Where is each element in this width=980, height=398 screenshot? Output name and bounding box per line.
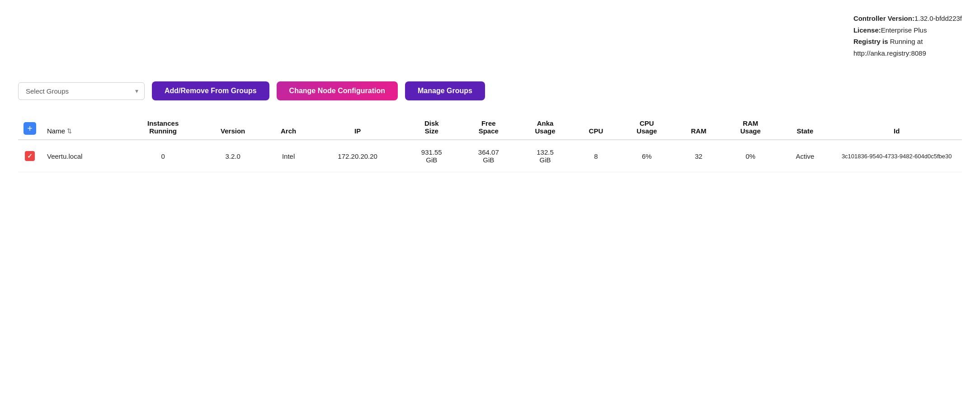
registry-url: http://anka.registry:8089 [853, 49, 926, 57]
row-arch: Intel [265, 140, 312, 172]
controller-info-panel: Controller Version:1.32.0-bfdd223f Licen… [853, 13, 962, 59]
row-disk-size: 931.55GiB [403, 140, 460, 172]
toolbar: Select Groups ▾ Add/Remove From Groups C… [18, 81, 962, 100]
table-row: Veertu.local03.2.0Intel172.20.20.20931.5… [18, 140, 962, 172]
main-content: Select Groups ▾ Add/Remove From Groups C… [0, 0, 980, 190]
col-header-free-space: FreeSpace [460, 115, 517, 140]
registry-at: at [917, 38, 923, 45]
select-groups-wrapper: Select Groups ▾ [18, 82, 145, 100]
col-header-disk-size: DiskSize [403, 115, 460, 140]
row-version: 3.2.0 [201, 140, 265, 172]
controller-version-value: 1.32.0-bfdd223f [914, 14, 962, 22]
registry-status: Running [890, 38, 915, 45]
license-label: License: [853, 26, 881, 34]
row-anka-usage: 132.5GiB [517, 140, 573, 172]
col-header-name: Name ⇅ [42, 115, 125, 140]
col-header-ram: RAM [675, 115, 722, 140]
row-cpu-usage: 6% [619, 140, 675, 172]
col-header-anka-usage: AnkaUsage [517, 115, 573, 140]
add-remove-from-groups-button[interactable]: Add/Remove From Groups [152, 81, 269, 100]
col-header-arch: Arch [265, 115, 312, 140]
change-node-configuration-button[interactable]: Change Node Configuration [277, 81, 398, 100]
select-groups-dropdown[interactable]: Select Groups [18, 82, 145, 100]
col-header-ip: IP [312, 115, 403, 140]
row-free-space: 364.07GiB [460, 140, 517, 172]
col-header-state: State [778, 115, 831, 140]
row-ram-usage: 0% [722, 140, 778, 172]
registry-is-label: Registry is [853, 38, 888, 45]
controller-version-label: Controller Version: [853, 14, 914, 22]
row-state: Active [778, 140, 831, 172]
col-header-cpu-usage: CPUUsage [619, 115, 675, 140]
col-header-checkbox: + [18, 115, 42, 140]
row-checkbox[interactable] [25, 151, 35, 161]
table-header-row: + Name ⇅ InstancesRunning Version Arch I… [18, 115, 962, 140]
col-header-instances-running: InstancesRunning [125, 115, 201, 140]
col-header-version: Version [201, 115, 265, 140]
name-sort-icon[interactable]: ⇅ [67, 128, 72, 134]
license-value: Enterprise Plus [881, 26, 927, 34]
table-body: Veertu.local03.2.0Intel172.20.20.20931.5… [18, 140, 962, 172]
row-id: 3c101836-9540-4733-9482-604d0c5fbe30 [831, 140, 962, 172]
nodes-table: + Name ⇅ InstancesRunning Version Arch I… [18, 115, 962, 172]
col-header-ram-usage: RAMUsage [722, 115, 778, 140]
row-cpu: 8 [573, 140, 618, 172]
row-checkbox-cell [18, 140, 42, 172]
row-instances-running: 0 [125, 140, 201, 172]
row-ip: 172.20.20.20 [312, 140, 403, 172]
row-name: Veertu.local [42, 140, 125, 172]
add-row-button[interactable]: + [24, 122, 36, 135]
col-header-cpu: CPU [573, 115, 618, 140]
row-ram: 32 [675, 140, 722, 172]
nodes-table-container: + Name ⇅ InstancesRunning Version Arch I… [18, 115, 962, 172]
manage-groups-button[interactable]: Manage Groups [405, 81, 485, 100]
col-header-id: Id [831, 115, 962, 140]
